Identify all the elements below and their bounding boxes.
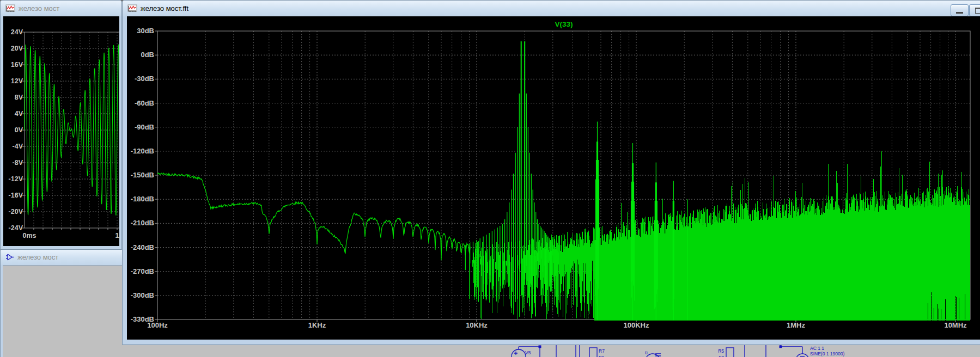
- wave-y-axis-label: -16V: [9, 192, 23, 199]
- fft-window[interactable]: железо мост.fft 30dB0dB-30dB-60dB-90dB-1…: [122, 0, 980, 345]
- fft-plot: 30dB0dB-30dB-60dB-90dB-120dB-150dB-180dB…: [127, 16, 980, 340]
- wave-x-axis-label: 0ms: [22, 232, 36, 239]
- component-label: V5: [525, 350, 531, 355]
- fft-y-axis-label: 30dB: [137, 27, 154, 35]
- wave-y-axis-label: 8V: [15, 94, 23, 101]
- fft-x-axis-label: 100Hz: [147, 321, 168, 329]
- fft-y-axis-label: -120dB: [131, 147, 154, 155]
- wave-y-axis-label: 24V: [11, 28, 23, 36]
- fft-x-axis-label: 10KHz: [466, 321, 488, 329]
- schematic-window-title: железо мост: [17, 253, 58, 261]
- plus-sign: [514, 352, 518, 355]
- wave-window-titlebar[interactable]: железо мост: [1, 1, 121, 16]
- wave-y-axis-label: 0V: [15, 126, 23, 134]
- wave-plot: 24V20V16V12V8V4V0V-4V-8V-12V-16V-20V-24V…: [3, 16, 119, 246]
- fft-y-axis-label: -270dB: [131, 267, 154, 275]
- wave-trace: [25, 45, 119, 216]
- voltage-source-symbol: [512, 349, 526, 357]
- component-label: 50: [599, 355, 604, 357]
- fft-y-axis-label: 0dB: [141, 51, 154, 59]
- component-label: R7: [599, 348, 605, 354]
- wave-y-axis-label: 12V: [11, 77, 23, 85]
- wave-y-axis-label: -8V: [13, 159, 23, 167]
- wave-y-axis-label: -4V: [13, 143, 23, 150]
- fft-y-axis-label: -150dB: [131, 171, 154, 179]
- fft-y-axis-label: -60dB: [135, 99, 154, 107]
- fft-x-axis-label: 10MHz: [944, 321, 967, 329]
- waveform-icon: [127, 4, 137, 13]
- component-label: ü: [645, 350, 648, 355]
- wave-y-axis-label: 16V: [11, 61, 23, 69]
- component-label: SINE(0 1 19000): [810, 351, 844, 356]
- schematic-icon: [5, 253, 14, 261]
- fft-window-titlebar[interactable]: железо мост.fft: [123, 1, 980, 16]
- wave-plot-area[interactable]: 24V20V16V12V8V4V0V-4V-8V-12V-16V-20V-24V…: [3, 16, 119, 246]
- fft-main-peaks: [521, 41, 525, 279]
- fft-x-axis-label: 100KHz: [624, 321, 649, 329]
- wave-y-axis-label: 20V: [11, 45, 23, 52]
- ltspice-mdi-desktop: железо мост V5R750üR550AC 1 1SINE(0 1 19…: [0, 0, 980, 357]
- wave-window-title: железо мост: [19, 4, 59, 13]
- wave-window[interactable]: железо мост 24V20V16V12V8V4V0V-4V-8V-12V…: [0, 0, 122, 250]
- wave-x-axis-label: 1: [115, 232, 119, 239]
- fft-x-axis-label: 1MHz: [787, 321, 805, 329]
- minimize-button[interactable]: [951, 4, 969, 16]
- fft-window-title: железо мост.fft: [141, 4, 188, 13]
- minimize-icon: [956, 12, 963, 14]
- wave-y-axis-label: 4V: [15, 110, 23, 118]
- resistor-symbol: [726, 348, 734, 357]
- maximize-icon: [975, 8, 980, 14]
- fft-y-axis-label: -90dB: [135, 123, 154, 131]
- waveform-icon: [5, 4, 15, 13]
- fft-y-axis-label: -30dB: [135, 75, 154, 83]
- resistor-symbol: [589, 348, 597, 357]
- wave-y-axis-label: -24V: [9, 224, 23, 232]
- fft-y-axis-label: -180dB: [131, 195, 154, 203]
- wave-y-axis-label: -12V: [9, 175, 23, 183]
- component-label: AC 1 1: [810, 346, 824, 351]
- component-label: R5: [718, 348, 724, 354]
- fft-y-axis-label: -210dB: [131, 219, 154, 227]
- voltage-source-symbol: [646, 354, 660, 357]
- fft-y-axis-label: -300dB: [131, 291, 154, 299]
- maximize-button[interactable]: [969, 4, 980, 16]
- junction-dot: [780, 346, 782, 348]
- fft-y-axis-label: -240dB: [131, 243, 154, 251]
- component-label: 50: [719, 355, 725, 357]
- fft-x-axis-label: 1KHz: [308, 321, 326, 329]
- junction-dot: [539, 346, 541, 348]
- fft-plot-area[interactable]: 30dB0dB-30dB-60dB-90dB-120dB-150dB-180dB…: [127, 16, 980, 340]
- wave-y-axis-label: -20V: [9, 208, 23, 216]
- fft-trace-label: V(33): [555, 20, 573, 28]
